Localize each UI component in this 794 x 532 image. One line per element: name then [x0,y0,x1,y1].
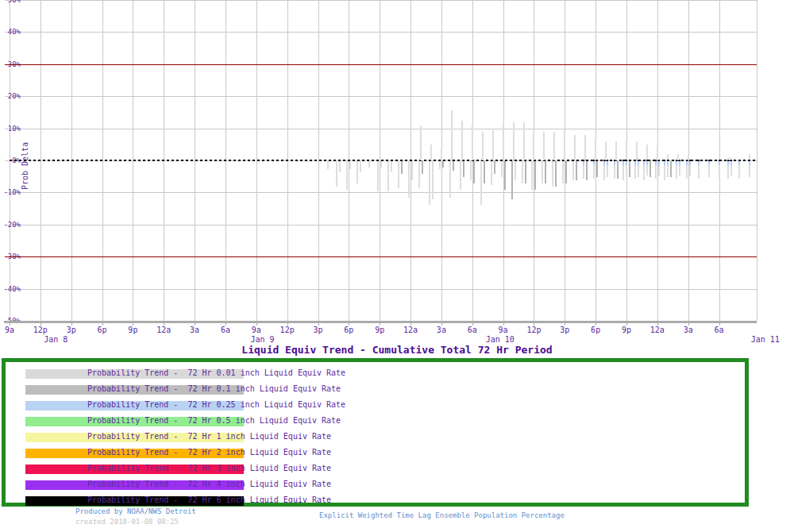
x-tick-label: 9p [119,326,146,334]
legend-box: Probability Trend - 72 Hr 0.01 inch Liqu… [2,358,749,507]
trend-bar-segment-lg [698,165,700,179]
y-axis-title: Prob Delta [21,142,29,190]
trend-bar-down [522,161,523,183]
x-tick-label: 3p [58,326,85,334]
trend-bar-down [460,161,461,190]
trend-bar-segment-lg [708,165,710,177]
x-tick-label: 3a [675,326,702,334]
trend-bar-up [441,148,442,160]
trend-bar-segment-lg [679,165,680,175]
trend-bar-segment-lg [614,165,615,179]
trend-bar-segment-lg [686,165,688,179]
trend-bar-down [480,161,482,205]
trend-bar-down [377,161,379,191]
x-tick-label: 9p [366,326,393,334]
trend-bar-down [349,161,351,169]
trend-bar-down [565,161,567,183]
legend-row: Probability Trend - 72 Hr 3 inch Liquid … [6,462,403,478]
trend-bar-down [484,161,485,183]
x-tick-label: 3a [428,326,455,334]
trend-bar-up [615,141,617,160]
trend-bar-segment-lg [638,165,639,177]
grid-hline [5,32,757,33]
trend-bar-segment-lg [664,165,665,180]
x-tick-label: 9a [0,326,23,334]
legend-label: Probability Trend - 72 Hr 0.1 inch Liqui… [87,384,341,393]
x-tick-label: 12p [520,326,547,334]
x-tick-label: 12p [274,326,301,334]
trend-bar-segment-lg [719,165,720,179]
x-tick-label: 3p [305,326,332,334]
chart-title: Liquid Equiv Trend - Cumulative Total 72… [0,344,794,356]
trend-bar-down [391,161,392,172]
trend-bar-segment-lg [583,165,584,179]
trend-bar-segment-lg [658,165,660,175]
grid-hline [5,0,757,1]
trend-bar-down [511,161,513,199]
trend-bar-down [449,161,451,198]
trend-bar-up [482,132,484,160]
plot-area: Prob Delta 9a12p3p6p9p12a3a6a9a12p3p6p9p… [0,0,794,357]
trend-bar-segment-lg [667,165,669,177]
grid-hline [5,129,757,129]
x-date-label: Jan 11 [742,335,789,344]
x-tick-label: 12a [644,326,671,334]
trend-bar-down [572,161,574,180]
y-tick-label: 50% [0,0,21,4]
trend-bar-segment-lg [727,165,729,179]
trend-bar-down [501,161,503,177]
trend-bar-down [357,161,358,183]
trend-bar-up [533,133,534,160]
footer-produced-by: Produced by NOAA/NWS Detroit [75,507,196,515]
legend-row: Probability Trend - 72 Hr 0.25 inch Liqu… [6,399,403,414]
grid-hline [5,225,757,226]
trend-bar-down [380,161,382,168]
grid-hline [5,289,757,290]
x-date-label: Jan 9 [239,335,287,344]
trend-bar-down [494,161,495,174]
trend-bar-segment-lg [655,165,657,179]
trend-bar-up [553,132,555,160]
trend-bar-down [398,161,399,188]
trend-bar-down [470,161,472,180]
legend-label: Probability Trend - 72 Hr 1 inch Liquid … [87,432,331,441]
y-tick-label: 20% [0,92,21,100]
x-tick-label: 12a [150,326,177,334]
trend-bar-down [515,161,516,180]
x-tick-label: 6a [706,326,733,334]
trend-bar-down [401,161,403,174]
footer-method-label: Explicit Weighted Time Lag Ensemble Popu… [319,511,565,519]
trend-bar-segment-lg [689,165,691,175]
trend-bar-up [574,135,576,160]
trend-bar-up [492,130,494,160]
x-tick-label: 6a [212,326,239,334]
trend-bar-down [463,161,464,177]
trend-bar-up [543,132,545,160]
trend-bar-segment-lg [593,165,595,179]
trend-bar-down [576,161,577,180]
trend-bar-down [555,161,557,187]
trend-bar-down [336,161,337,187]
x-tick-label: 6p [89,326,116,334]
y-tick-label: -10% [0,188,21,196]
trend-bar-segment-lg [626,165,627,175]
x-tick-label: 9a [243,326,270,334]
trend-bar-up [657,146,658,160]
trend-bar-down [418,161,420,188]
trend-bar-down [442,161,444,168]
x-tick-label: 6p [582,326,609,334]
trend-bar-down [531,161,533,190]
x-tick-label: 12a [397,326,424,334]
trend-bar-up [595,140,596,160]
footer-created-timestamp: created 2018-01-08 08:25 [75,518,179,526]
trend-bar-down [629,161,630,177]
trend-bar-down [387,161,389,191]
trend-bar-segment-lg [622,165,624,180]
trend-bar-down [411,161,413,180]
trend-bar-down [473,161,475,183]
trend-bar-segment-lg [607,165,608,177]
legend-label: Probability Trend - 72 Hr 4 inch Liquid … [87,480,331,488]
legend-row: Probability Trend - 72 Hr 0.1 inch Liqui… [6,383,403,399]
trend-bar-down [617,161,619,179]
grid-hline [5,96,757,97]
